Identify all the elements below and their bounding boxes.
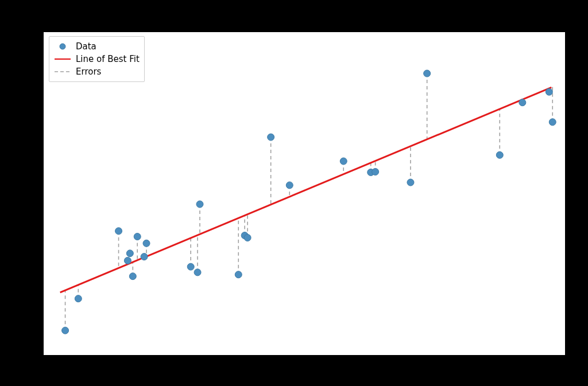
data-point — [62, 327, 69, 334]
data-point — [546, 88, 552, 95]
data-point — [549, 119, 556, 126]
data-point — [134, 233, 141, 240]
data-point — [124, 257, 131, 264]
legend-marker-fit — [54, 55, 71, 63]
data-point — [244, 234, 251, 241]
data-point — [143, 240, 150, 247]
data-point — [194, 269, 201, 276]
data-point — [141, 254, 148, 260]
fit-line — [60, 87, 552, 293]
data-point — [196, 201, 203, 208]
data-point — [268, 134, 274, 141]
legend-entry-fit: Line of Best Fit — [54, 53, 140, 65]
legend-label-data: Data — [76, 41, 96, 52]
data-point — [424, 70, 431, 77]
data-point — [235, 271, 242, 278]
data-point — [115, 228, 122, 235]
data-point — [407, 179, 414, 186]
data-point — [75, 295, 82, 302]
data-point — [519, 99, 526, 106]
data-point — [129, 273, 136, 280]
legend-marker-data — [54, 42, 71, 50]
legend-label-errors: Errors — [76, 67, 101, 77]
data-point — [286, 182, 293, 189]
legend-label-fit: Line of Best Fit — [76, 54, 140, 64]
data-series — [62, 70, 556, 334]
legend-entry-errors: Errors — [54, 65, 140, 78]
legend: Data Line of Best Fit Errors — [49, 36, 145, 82]
legend-entry-data: Data — [54, 40, 140, 53]
data-point — [496, 151, 503, 158]
legend-marker-errors — [54, 68, 71, 76]
svg-point-0 — [60, 44, 65, 49]
fit-line-series — [60, 87, 552, 293]
data-point — [187, 263, 194, 270]
data-point — [372, 169, 379, 176]
data-point — [126, 250, 133, 257]
errors-series — [65, 73, 553, 330]
data-point — [340, 158, 347, 165]
